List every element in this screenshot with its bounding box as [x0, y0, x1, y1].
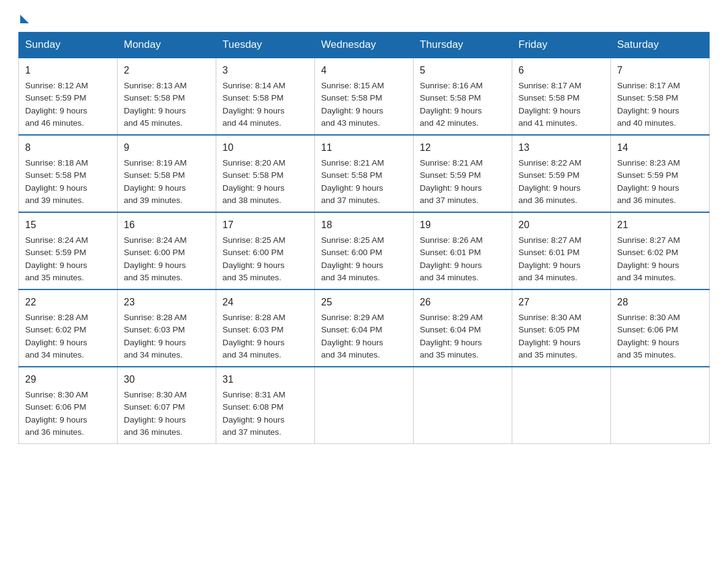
daylight-label: Daylight: 9 hours [222, 261, 284, 270]
day-number: 5 [420, 63, 506, 78]
calendar-cell: 23 Sunrise: 8:28 AM Sunset: 6:03 PM Dayl… [118, 289, 216, 367]
daylight-label: Daylight: 9 hours [321, 106, 383, 115]
sunset-label: Sunset: 5:58 PM [321, 170, 382, 180]
calendar-cell [315, 367, 414, 444]
calendar-cell: 11 Sunrise: 8:21 AM Sunset: 5:58 PM Dayl… [315, 135, 414, 212]
calendar-cell: 26 Sunrise: 8:29 AM Sunset: 6:04 PM Dayl… [414, 289, 512, 367]
daylight-minutes: and 41 minutes. [518, 118, 577, 128]
day-number: 14 [617, 140, 703, 155]
daylight-minutes: and 36 minutes. [518, 196, 577, 205]
sunset-label: Sunset: 5:58 PM [420, 93, 481, 102]
day-number: 19 [420, 218, 506, 232]
sunrise-label: Sunrise: 8:24 AM [25, 236, 88, 245]
sunrise-label: Sunrise: 8:29 AM [420, 313, 483, 322]
calendar-cell: 21 Sunrise: 8:27 AM Sunset: 6:02 PM Dayl… [611, 212, 710, 289]
daylight-minutes: and 34 minutes. [25, 350, 84, 359]
sunrise-label: Sunrise: 8:17 AM [518, 81, 582, 90]
daylight-minutes: and 35 minutes. [617, 350, 676, 359]
day-number: 12 [420, 140, 506, 155]
calendar-cell: 18 Sunrise: 8:25 AM Sunset: 6:00 PM Dayl… [315, 212, 414, 289]
sunrise-label: Sunrise: 8:28 AM [25, 313, 88, 322]
daylight-label: Daylight: 9 hours [25, 338, 87, 347]
sunrise-label: Sunrise: 8:14 AM [222, 81, 286, 90]
sunset-label: Sunset: 6:06 PM [25, 402, 86, 412]
header-sunday: Sunday [19, 33, 118, 58]
calendar-cell: 3 Sunrise: 8:14 AM Sunset: 5:58 PM Dayli… [216, 58, 315, 135]
sunrise-label: Sunrise: 8:21 AM [420, 158, 483, 167]
sunset-label: Sunset: 5:58 PM [321, 93, 382, 102]
daylight-minutes: and 36 minutes. [617, 196, 676, 205]
daylight-minutes: and 38 minutes. [222, 196, 281, 205]
calendar-cell [512, 367, 611, 444]
calendar-cell: 28 Sunrise: 8:30 AM Sunset: 6:06 PM Dayl… [611, 289, 710, 367]
daylight-label: Daylight: 9 hours [617, 338, 679, 347]
daylight-minutes: and 36 minutes. [25, 427, 84, 437]
day-number: 24 [222, 295, 308, 310]
daylight-minutes: and 44 minutes. [222, 118, 281, 128]
daylight-minutes: and 34 minutes. [518, 273, 577, 282]
calendar-header-row: Sunday Monday Tuesday Wednesday Thursday… [19, 33, 710, 58]
day-number: 28 [617, 295, 703, 310]
sunset-label: Sunset: 5:58 PM [124, 93, 185, 102]
daylight-minutes: and 36 minutes. [124, 427, 183, 437]
calendar-cell: 9 Sunrise: 8:19 AM Sunset: 5:58 PM Dayli… [118, 135, 216, 212]
day-number: 22 [25, 295, 111, 310]
daylight-label: Daylight: 9 hours [25, 415, 87, 424]
calendar-cell: 12 Sunrise: 8:21 AM Sunset: 5:59 PM Dayl… [414, 135, 512, 212]
calendar-cell: 5 Sunrise: 8:16 AM Sunset: 5:58 PM Dayli… [414, 58, 512, 135]
daylight-label: Daylight: 9 hours [222, 183, 284, 193]
daylight-label: Daylight: 9 hours [25, 183, 87, 193]
calendar-cell: 4 Sunrise: 8:15 AM Sunset: 5:58 PM Dayli… [315, 58, 414, 135]
daylight-label: Daylight: 9 hours [518, 338, 580, 347]
day-number: 20 [518, 218, 604, 232]
daylight-minutes: and 34 minutes. [321, 273, 380, 282]
daylight-label: Daylight: 9 hours [321, 183, 383, 193]
sunset-label: Sunset: 5:59 PM [518, 170, 580, 180]
day-number: 21 [617, 218, 703, 232]
day-number: 25 [321, 295, 407, 310]
daylight-label: Daylight: 9 hours [124, 338, 186, 347]
daylight-minutes: and 39 minutes. [25, 196, 84, 205]
calendar-cell: 20 Sunrise: 8:27 AM Sunset: 6:01 PM Dayl… [512, 212, 611, 289]
calendar-cell: 6 Sunrise: 8:17 AM Sunset: 5:58 PM Dayli… [512, 58, 611, 135]
sunrise-label: Sunrise: 8:18 AM [25, 158, 88, 167]
daylight-minutes: and 34 minutes. [420, 273, 479, 282]
header-monday: Monday [118, 33, 216, 58]
calendar-cell: 25 Sunrise: 8:29 AM Sunset: 6:04 PM Dayl… [315, 289, 414, 367]
day-number: 3 [222, 63, 308, 78]
calendar-cell: 30 Sunrise: 8:30 AM Sunset: 6:07 PM Dayl… [118, 367, 216, 444]
logo [18, 12, 29, 21]
sunset-label: Sunset: 5:58 PM [617, 93, 678, 102]
day-number: 4 [321, 63, 407, 78]
daylight-label: Daylight: 9 hours [617, 106, 679, 115]
sunset-label: Sunset: 5:59 PM [25, 248, 86, 257]
daylight-minutes: and 37 minutes. [321, 196, 380, 205]
sunrise-label: Sunrise: 8:20 AM [222, 158, 286, 167]
day-number: 16 [124, 218, 210, 232]
sunset-label: Sunset: 6:04 PM [420, 325, 481, 334]
sunset-label: Sunset: 5:59 PM [420, 170, 481, 180]
sunset-label: Sunset: 6:03 PM [124, 325, 185, 334]
day-number: 8 [25, 140, 111, 155]
sunset-label: Sunset: 6:00 PM [124, 248, 185, 257]
daylight-label: Daylight: 9 hours [124, 183, 186, 193]
sunset-label: Sunset: 6:02 PM [25, 325, 86, 334]
sunrise-label: Sunrise: 8:30 AM [124, 390, 187, 399]
daylight-label: Daylight: 9 hours [420, 261, 482, 270]
calendar-table: Sunday Monday Tuesday Wednesday Thursday… [18, 32, 710, 444]
calendar-cell: 8 Sunrise: 8:18 AM Sunset: 5:58 PM Dayli… [19, 135, 118, 212]
sunset-label: Sunset: 6:05 PM [518, 325, 580, 334]
daylight-label: Daylight: 9 hours [420, 338, 482, 347]
day-number: 26 [420, 295, 506, 310]
sunrise-label: Sunrise: 8:21 AM [321, 158, 384, 167]
header-thursday: Thursday [414, 33, 512, 58]
sunrise-label: Sunrise: 8:30 AM [518, 313, 582, 322]
page-header [18, 12, 710, 21]
daylight-minutes: and 37 minutes. [420, 196, 479, 205]
daylight-minutes: and 35 minutes. [518, 350, 577, 359]
daylight-label: Daylight: 9 hours [25, 261, 87, 270]
day-number: 15 [25, 218, 111, 232]
calendar-week-2: 8 Sunrise: 8:18 AM Sunset: 5:58 PM Dayli… [19, 135, 710, 212]
daylight-label: Daylight: 9 hours [25, 106, 87, 115]
logo-triangle-icon [20, 15, 29, 23]
